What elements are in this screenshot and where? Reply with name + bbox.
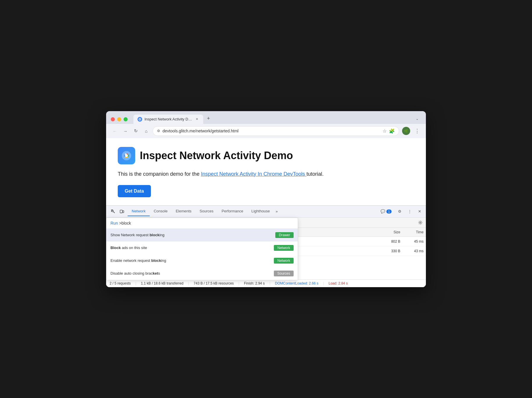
result-text-2: Block ads on this site xyxy=(110,246,270,250)
address-security-icon: ⚙ xyxy=(157,129,160,133)
devtools-more-icon: ⋮ xyxy=(408,209,412,214)
status-dom-loaded: DOMContentLoaded: 2.66 s xyxy=(275,281,318,285)
forward-button[interactable]: → xyxy=(121,127,129,135)
device-toolbar-button[interactable] xyxy=(118,208,125,215)
result-text-3: Enable network request blocking xyxy=(110,258,270,263)
command-result-enable-blocking[interactable]: Enable network request blocking Network xyxy=(106,254,298,267)
tab-performance[interactable]: Performance xyxy=(217,207,247,216)
result-text-1: Show Network request blocking xyxy=(110,233,272,237)
tab-favicon xyxy=(138,117,142,122)
tab-close-button[interactable]: ✕ xyxy=(194,117,199,122)
tab-title: Inspect Network Activity Dem xyxy=(144,117,192,121)
minimize-traffic-light[interactable] xyxy=(117,117,121,121)
svg-point-1 xyxy=(139,119,140,120)
chrome-logo xyxy=(118,147,135,164)
command-result-disable-brackets[interactable]: Disable auto closing brackets Sources xyxy=(106,267,298,280)
tab-network[interactable]: Network xyxy=(128,207,150,216)
result-badge-3: Network xyxy=(274,258,294,264)
command-search-input[interactable] xyxy=(119,221,294,225)
address-url: devtools.glitch.me/network/getstarted.ht… xyxy=(163,129,380,133)
command-result-show-network-blocking[interactable]: Show Network request blocking Drawer xyxy=(106,229,298,241)
profile-button[interactable]: 🌿 xyxy=(401,126,411,136)
get-data-button[interactable]: Get Data xyxy=(118,185,151,197)
result-badge-2: Network xyxy=(274,245,294,251)
status-requests: 2 / 5 requests xyxy=(110,281,131,285)
browser-tab-active[interactable]: Inspect Network Activity Dem ✕ xyxy=(133,115,203,124)
home-button[interactable]: ⌂ xyxy=(142,127,150,135)
profile-avatar: 🌿 xyxy=(402,127,410,135)
subtitle-pre: This is the companion demo for the xyxy=(118,171,201,177)
nav-bar: ← → ↻ ⌂ ⚙ devtools.glitch.me/network/get… xyxy=(106,124,426,138)
page-header: Inspect Network Activity Demo xyxy=(118,147,414,164)
page-subtitle: This is the companion demo for the Inspe… xyxy=(118,170,414,178)
col-time: Time xyxy=(403,229,426,235)
tab-elements[interactable]: Elements xyxy=(172,207,195,216)
more-tabs-button[interactable]: » xyxy=(274,207,279,216)
more-dots-icon: ⋮ xyxy=(415,128,420,134)
messages-icon: 💬 xyxy=(381,209,385,214)
row-size-css: 802 B xyxy=(379,238,403,245)
status-load: Load: 2.84 s xyxy=(329,281,348,285)
devtools-link[interactable]: Inspect Network Activity In Chrome DevTo… xyxy=(201,171,306,177)
devtools-icon-buttons xyxy=(108,206,128,217)
tabs-area: Inspect Network Activity Dem ✕ + ⌄ xyxy=(133,115,421,124)
back-button[interactable]: ← xyxy=(111,127,119,135)
result-badge-4: Sources xyxy=(274,271,294,276)
devtools-close-button[interactable]: ✕ xyxy=(416,208,424,215)
subtitle-post: tutorial. xyxy=(306,171,324,177)
tab-sources[interactable]: Sources xyxy=(196,207,218,216)
svg-rect-10 xyxy=(123,211,124,213)
col-size: Size xyxy=(379,229,403,235)
inspect-element-button[interactable] xyxy=(110,208,117,215)
browser-window: Inspect Network Activity Dem ✕ + ⌄ ← → ↻… xyxy=(106,111,426,287)
status-resources: 743 B / 17.5 kB resources xyxy=(194,281,234,285)
more-menu-button[interactable]: ⋮ xyxy=(413,127,421,135)
bookmark-icon[interactable]: ☆ xyxy=(383,128,387,134)
status-bar: 2 / 5 requests | 1.1 kB / 18.6 kB transf… xyxy=(106,279,426,287)
devtools-more-button[interactable]: ⋮ xyxy=(406,208,414,215)
row-time-js: 43 ms xyxy=(403,248,426,254)
devtools-right-controls: 💬 1 ⚙ ⋮ ✕ xyxy=(378,208,424,215)
result-badge-1: Drawer xyxy=(275,232,294,238)
svg-point-8 xyxy=(112,210,113,212)
devtools-settings-button[interactable]: ⚙ xyxy=(396,208,404,215)
settings-icon: ⚙ xyxy=(398,209,401,214)
status-finish: Finish: 2.94 s xyxy=(244,281,265,285)
row-time-css: 45 ms xyxy=(403,238,426,245)
command-overlay: Run Show Network request blocking Drawer… xyxy=(106,218,426,228)
tab-console[interactable]: Console xyxy=(150,207,172,216)
page-title: Inspect Network Activity Demo xyxy=(140,150,293,162)
svg-point-4 xyxy=(125,154,128,157)
messages-button[interactable]: 💬 1 xyxy=(378,208,394,215)
tab-lighthouse[interactable]: Lighthouse xyxy=(247,207,274,216)
reload-button[interactable]: ↻ xyxy=(132,127,140,135)
network-toolbar: Filter All Fetch/XHR Doc | Blocked reque… xyxy=(106,218,426,228)
close-icon: ✕ xyxy=(418,209,421,214)
close-traffic-light[interactable] xyxy=(111,117,115,121)
address-bar[interactable]: ⚙ devtools.glitch.me/network/getstarted.… xyxy=(153,126,399,136)
command-result-block-ads[interactable]: Block ads on this site Network xyxy=(106,241,298,254)
command-input-row: Run xyxy=(106,218,298,229)
page-content: Inspect Network Activity Demo This is th… xyxy=(106,138,426,205)
new-tab-button[interactable]: + xyxy=(204,115,213,123)
tab-expand-button[interactable]: ⌄ xyxy=(413,115,421,123)
result-text-4: Disable auto closing brackets xyxy=(110,271,270,276)
devtools-panel: Network Console Elements Sources Perform… xyxy=(106,205,426,287)
svg-point-18 xyxy=(420,222,421,223)
title-bar: Inspect Network Activity Dem ✕ + ⌄ xyxy=(106,111,426,124)
maximize-traffic-light[interactable] xyxy=(124,117,128,121)
command-palette[interactable]: Run Show Network request blocking Drawer… xyxy=(106,218,298,280)
status-transferred: 1.1 kB / 18.6 kB transferred xyxy=(141,281,183,285)
row-size-js: 330 B xyxy=(379,248,403,254)
messages-count-badge: 1 xyxy=(386,209,392,214)
extensions-icon[interactable]: 🧩 xyxy=(389,128,395,134)
devtools-tabs-bar: Network Console Elements Sources Perform… xyxy=(106,206,426,218)
command-run-label: Run xyxy=(110,221,118,225)
traffic-lights xyxy=(111,117,128,121)
network-settings-button[interactable] xyxy=(417,219,424,226)
